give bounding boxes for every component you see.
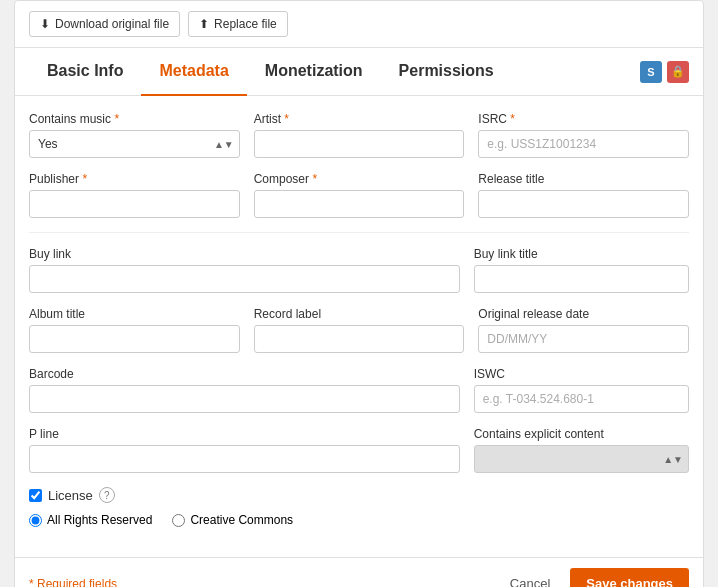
barcode-group: Barcode	[29, 367, 460, 413]
upload-icon: ⬆	[199, 17, 209, 31]
composer-label: Composer *	[254, 172, 465, 186]
publisher-group: Publisher *	[29, 172, 240, 218]
contains-explicit-wrapper: Yes No ▲▼	[474, 445, 689, 473]
save-changes-button[interactable]: Save changes	[570, 568, 689, 587]
tab-monetization[interactable]: Monetization	[247, 48, 381, 96]
download-icon: ⬇	[40, 17, 50, 31]
form-content: Contains music * Yes No ▲▼ Artist *	[15, 96, 703, 557]
iswc-input[interactable]	[474, 385, 689, 413]
form-footer: * Required fields Cancel Save changes	[15, 557, 703, 587]
buy-link-title-group: Buy link title Buy	[474, 247, 689, 293]
publisher-input[interactable]	[29, 190, 240, 218]
buy-link-title-label: Buy link title	[474, 247, 689, 261]
release-title-label: Release title	[478, 172, 689, 186]
top-bar: ⬇ Download original file ⬆ Replace file	[15, 1, 703, 48]
p-line-label: P line	[29, 427, 460, 441]
buy-link-title-input[interactable]: Buy	[474, 265, 689, 293]
p-line-input[interactable]	[29, 445, 460, 473]
isrc-group: ISRC *	[478, 112, 689, 158]
contains-explicit-label: Contains explicit content	[474, 427, 689, 441]
composer-group: Composer *	[254, 172, 465, 218]
cancel-button[interactable]: Cancel	[500, 570, 560, 587]
composer-input[interactable]	[254, 190, 465, 218]
creative-commons-label: Creative Commons	[190, 513, 293, 527]
tab-metadata[interactable]: Metadata	[141, 48, 246, 96]
original-release-date-group: Original release date	[478, 307, 689, 353]
license-options-row: All Rights Reserved Creative Commons	[29, 513, 689, 527]
form-row-5: Barcode ISWC	[29, 367, 689, 413]
replace-file-button[interactable]: ⬆ Replace file	[188, 11, 288, 37]
all-rights-label: All Rights Reserved	[47, 513, 152, 527]
barcode-input[interactable]	[29, 385, 460, 413]
album-title-label: Album title	[29, 307, 240, 321]
creative-commons-option[interactable]: Creative Commons	[172, 513, 293, 527]
contains-music-label: Contains music *	[29, 112, 240, 126]
all-rights-option[interactable]: All Rights Reserved	[29, 513, 152, 527]
record-label-group: Record label	[254, 307, 465, 353]
iswc-group: ISWC	[474, 367, 689, 413]
license-help-icon[interactable]: ?	[99, 487, 115, 503]
tab-basic-info[interactable]: Basic Info	[29, 48, 141, 96]
record-label-label: Record label	[254, 307, 465, 321]
contains-music-select[interactable]: Yes No	[29, 130, 240, 158]
footer-buttons: Cancel Save changes	[500, 568, 689, 587]
creative-commons-radio[interactable]	[172, 514, 185, 527]
license-checkbox[interactable]	[29, 489, 42, 502]
original-release-date-input[interactable]	[478, 325, 689, 353]
divider-1	[29, 232, 689, 233]
all-rights-radio[interactable]	[29, 514, 42, 527]
album-title-input[interactable]	[29, 325, 240, 353]
artist-group: Artist *	[254, 112, 465, 158]
download-original-button[interactable]: ⬇ Download original file	[29, 11, 180, 37]
lock-badge-icon[interactable]: 🔒	[667, 61, 689, 83]
required-fields-note: * Required fields	[29, 577, 117, 588]
album-title-group: Album title	[29, 307, 240, 353]
p-line-group: P line	[29, 427, 460, 473]
artist-input[interactable]	[254, 130, 465, 158]
tab-bar: Basic Info Metadata Monetization Permiss…	[15, 48, 703, 96]
record-label-input[interactable]	[254, 325, 465, 353]
contains-music-group: Contains music * Yes No ▲▼	[29, 112, 240, 158]
s-badge-icon[interactable]: S	[640, 61, 662, 83]
buy-link-label: Buy link	[29, 247, 460, 261]
buy-link-input[interactable]	[29, 265, 460, 293]
barcode-label: Barcode	[29, 367, 460, 381]
form-row-6: P line Contains explicit content Yes No …	[29, 427, 689, 473]
contains-explicit-select[interactable]: Yes No	[474, 445, 689, 473]
form-row-2: Publisher * Composer * Release title	[29, 172, 689, 218]
form-row-4: Album title Record label Original releas…	[29, 307, 689, 353]
form-row-1: Contains music * Yes No ▲▼ Artist *	[29, 112, 689, 158]
release-title-input[interactable]	[478, 190, 689, 218]
license-label: License	[48, 488, 93, 503]
original-release-date-label: Original release date	[478, 307, 689, 321]
contains-music-wrapper: Yes No ▲▼	[29, 130, 240, 158]
form-row-3: Buy link Buy link title Buy	[29, 247, 689, 293]
isrc-label: ISRC *	[478, 112, 689, 126]
contains-explicit-group: Contains explicit content Yes No ▲▼	[474, 427, 689, 473]
isrc-input[interactable]	[478, 130, 689, 158]
publisher-label: Publisher *	[29, 172, 240, 186]
iswc-label: ISWC	[474, 367, 689, 381]
tab-permissions[interactable]: Permissions	[381, 48, 512, 96]
buy-link-group: Buy link	[29, 247, 460, 293]
release-title-group: Release title	[478, 172, 689, 218]
tab-icon-group: S 🔒	[640, 61, 689, 83]
artist-label: Artist *	[254, 112, 465, 126]
main-card: ⬇ Download original file ⬆ Replace file …	[14, 0, 704, 587]
license-row: License ?	[29, 487, 689, 503]
